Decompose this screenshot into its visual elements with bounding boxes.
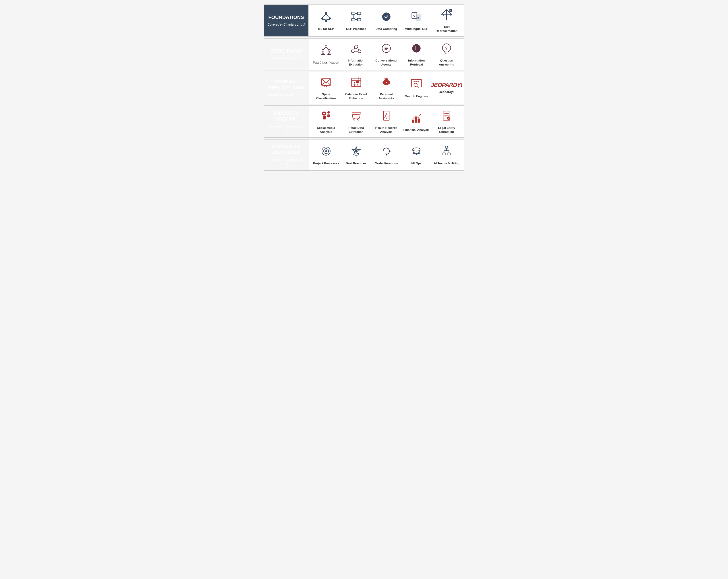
subtitle-ai-project-playbook: Covered in Chapters 2 & 11 bbox=[267, 158, 306, 166]
svg-text:WWW: WWW bbox=[414, 80, 419, 83]
svg-point-117 bbox=[416, 153, 417, 155]
svg-point-81 bbox=[323, 113, 325, 114]
svg-line-5 bbox=[326, 14, 330, 18]
item-health-records: Health Records Analysis bbox=[373, 109, 400, 134]
project-processes-icon bbox=[320, 145, 332, 159]
item-information-extraction: Information Extraction bbox=[343, 42, 370, 66]
social-media-icon bbox=[320, 109, 332, 124]
personal-assistants-label: Personal Assistants bbox=[373, 92, 400, 100]
svg-rect-80 bbox=[327, 115, 330, 117]
svg-point-118 bbox=[418, 152, 420, 154]
item-ai-teams: AI Teams & Hiring bbox=[433, 145, 460, 165]
row-core-tasks: CORE TASKSCovered in Chapters 3 to 7 Tex… bbox=[264, 38, 464, 71]
item-nlp-pipelines: NLP Pipelines bbox=[343, 10, 370, 31]
items-foundations: ML for NLP NLP Pipelines Data Gathering … bbox=[309, 5, 464, 36]
svg-text:Z: Z bbox=[443, 14, 444, 16]
mlops-label: MLOps bbox=[411, 161, 421, 165]
svg-point-75 bbox=[414, 83, 417, 86]
svg-point-30 bbox=[325, 45, 327, 47]
question-answering-label: Question Answering bbox=[433, 59, 460, 66]
label-industry-specific: INDUSTRY SPECIFICCovered in Chapters 8 t… bbox=[264, 106, 309, 137]
item-text-classification: Text Classification bbox=[313, 44, 339, 65]
title-core-tasks: CORE TASKS bbox=[270, 48, 303, 54]
svg-text:文: 文 bbox=[417, 17, 419, 19]
svg-text:i: i bbox=[415, 46, 417, 51]
multilingual-nlp-label: Multilingual NLP bbox=[405, 27, 428, 31]
svg-line-36 bbox=[326, 47, 329, 49]
personal-assistants-icon bbox=[380, 76, 393, 90]
svg-rect-10 bbox=[357, 12, 361, 15]
items-ai-project-playbook: Project Processes Best Practices Model I… bbox=[309, 139, 464, 170]
conversational-agents-icon bbox=[380, 42, 393, 56]
item-conversational-agents: Conversational Agents bbox=[373, 42, 400, 66]
item-model-iterations: Model Iterations bbox=[373, 145, 400, 165]
svg-point-40 bbox=[351, 50, 354, 53]
svg-point-116 bbox=[413, 152, 415, 154]
conversational-agents-label: Conversational Agents bbox=[373, 59, 400, 66]
item-information-retrieval: i Information Retrieval bbox=[403, 42, 430, 66]
svg-point-64 bbox=[354, 82, 355, 84]
svg-point-32 bbox=[328, 49, 330, 51]
svg-point-78 bbox=[327, 111, 330, 114]
label-ai-project-playbook: AI PROJECT PLAYBOOKCovered in Chapters 2… bbox=[264, 139, 309, 170]
health-records-label: Health Records Analysis bbox=[373, 126, 400, 134]
svg-rect-9 bbox=[352, 12, 355, 15]
svg-point-66 bbox=[354, 84, 355, 86]
item-project-processes: Project Processes bbox=[313, 145, 339, 165]
data-gathering-label: Data Gathering bbox=[375, 27, 397, 31]
row-industry-specific: INDUSTRY SPECIFICCovered in Chapters 8 t… bbox=[264, 105, 464, 138]
title-ai-project-playbook: AI PROJECT PLAYBOOK bbox=[267, 143, 306, 155]
information-extraction-label: Information Extraction bbox=[343, 59, 370, 66]
svg-line-120 bbox=[417, 153, 418, 154]
title-general-applications: GENERAL APPLICATIONS bbox=[267, 79, 306, 91]
calendar-event-icon bbox=[350, 76, 362, 90]
label-general-applications: GENERAL APPLICATIONSCovered in Chapters … bbox=[264, 72, 309, 104]
items-core-tasks: Text Classification Information Extracti… bbox=[309, 38, 464, 70]
item-multilingual-nlp: A 文 Multilingual NLP bbox=[403, 10, 430, 31]
svg-rect-91 bbox=[415, 117, 417, 122]
text-classification-icon bbox=[320, 44, 332, 58]
nlp-pipelines-icon bbox=[350, 10, 362, 25]
row-ai-project-playbook: AI PROJECT PLAYBOOKCovered in Chapters 2… bbox=[264, 139, 464, 171]
item-social-media: Social Media Analysis bbox=[313, 109, 339, 134]
svg-point-126 bbox=[448, 151, 450, 153]
item-data-gathering: Data Gathering bbox=[373, 10, 400, 31]
information-extraction-icon bbox=[350, 42, 362, 56]
search-engines-icon: WWW bbox=[410, 78, 423, 92]
svg-line-56 bbox=[328, 82, 330, 84]
svg-point-86 bbox=[357, 118, 359, 120]
svg-point-85 bbox=[353, 118, 355, 120]
subtitle-core-tasks: Covered in Chapters 3 to 7 bbox=[268, 56, 305, 61]
jeopardy-label: Jeopardy! bbox=[439, 90, 454, 94]
legal-entity-label: Legal Entity Extraction bbox=[433, 126, 460, 134]
search-engines-label: Search Engines bbox=[405, 94, 428, 98]
information-retrieval-label: Information Retrieval bbox=[403, 59, 430, 66]
health-records-icon bbox=[380, 109, 393, 124]
item-retail-data: Retail Data Extraction bbox=[343, 109, 370, 134]
svg-line-35 bbox=[323, 47, 326, 49]
svg-point-115 bbox=[413, 148, 420, 151]
svg-point-1 bbox=[321, 18, 323, 19]
row-foundations: FOUNDATIONSCovered in Chapters 1 to 3 ML… bbox=[264, 4, 464, 37]
svg-rect-90 bbox=[412, 120, 414, 122]
svg-line-6 bbox=[322, 19, 326, 20]
subtitle-general-applications: Covered in Chapters 4 to 7 bbox=[268, 93, 305, 97]
item-calendar-event: Calendar Event Extracton bbox=[343, 76, 370, 100]
title-industry-specific: INDUSTRY SPECIFIC bbox=[267, 110, 306, 122]
question-answering-icon: ? bbox=[440, 42, 453, 56]
item-best-practices: Best Practices bbox=[343, 145, 370, 165]
mlops-icon bbox=[410, 145, 423, 159]
item-text-representation: Y X Z Text Representation bbox=[433, 8, 460, 33]
jeopardy-icon: JEOPARDY! bbox=[431, 82, 462, 88]
items-general-applications: Spam Classification Calendar Event Extra… bbox=[309, 72, 464, 104]
svg-point-125 bbox=[443, 151, 445, 153]
svg-point-39 bbox=[355, 45, 358, 48]
svg-point-67 bbox=[357, 84, 358, 86]
spam-classification-label: Spam Classification bbox=[313, 92, 339, 100]
item-question-answering: ? Question Answering bbox=[433, 42, 460, 66]
model-iterations-label: Model Iterations bbox=[375, 161, 398, 165]
best-practices-label: Best Practices bbox=[346, 161, 366, 165]
financial-analysis-icon bbox=[410, 111, 423, 126]
item-jeopardy: JEOPARDY!Jeopardy! bbox=[433, 82, 460, 94]
svg-text:Y: Y bbox=[450, 9, 451, 12]
